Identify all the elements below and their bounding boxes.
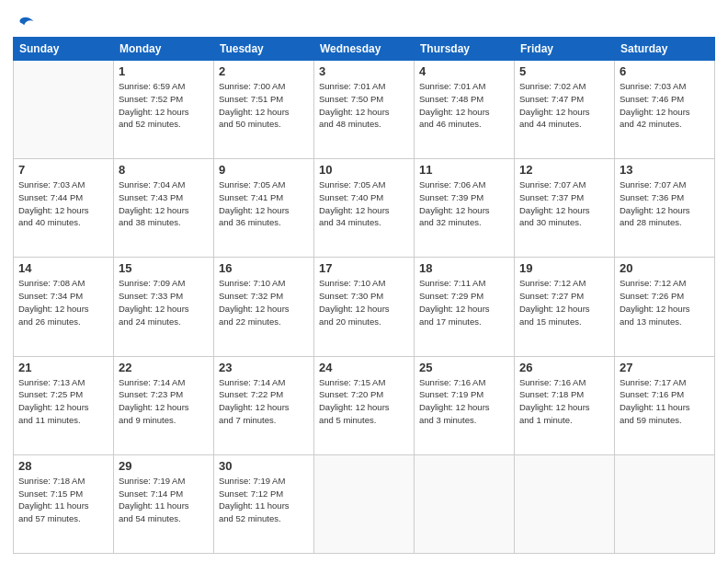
calendar-cell (515, 454, 615, 553)
day-info: Sunrise: 7:19 AM Sunset: 7:12 PM Dayligh… (219, 475, 309, 525)
calendar-header-saturday: Saturday (615, 38, 715, 61)
day-number: 5 (519, 64, 609, 78)
day-info: Sunrise: 7:01 AM Sunset: 7:48 PM Dayligh… (419, 80, 509, 131)
calendar-table: SundayMondayTuesdayWednesdayThursdayFrid… (13, 37, 715, 554)
calendar-cell: 2Sunrise: 7:00 AM Sunset: 7:51 PM Daylig… (214, 61, 314, 159)
day-info: Sunrise: 7:11 AM Sunset: 7:29 PM Dayligh… (419, 277, 509, 327)
day-number: 25 (419, 361, 509, 374)
calendar-cell: 10Sunrise: 7:05 AM Sunset: 7:40 PM Dayli… (314, 159, 415, 258)
calendar-week-4: 21Sunrise: 7:13 AM Sunset: 7:25 PM Dayli… (14, 356, 715, 454)
day-number: 18 (419, 261, 509, 275)
calendar-cell: 27Sunrise: 7:17 AM Sunset: 7:16 PM Dayli… (615, 356, 715, 454)
calendar-cell: 26Sunrise: 7:16 AM Sunset: 7:18 PM Dayli… (515, 356, 615, 454)
calendar-cell: 5Sunrise: 7:02 AM Sunset: 7:47 PM Daylig… (515, 61, 615, 159)
day-number: 30 (219, 459, 309, 473)
calendar-cell: 23Sunrise: 7:14 AM Sunset: 7:22 PM Dayli… (214, 356, 314, 454)
day-info: Sunrise: 7:07 AM Sunset: 7:36 PM Dayligh… (620, 178, 710, 229)
day-info: Sunrise: 7:02 AM Sunset: 7:47 PM Dayligh… (519, 80, 609, 131)
calendar-week-1: 1Sunrise: 6:59 AM Sunset: 7:52 PM Daylig… (14, 61, 715, 159)
calendar-cell: 16Sunrise: 7:10 AM Sunset: 7:32 PM Dayli… (214, 258, 314, 356)
day-number: 23 (219, 361, 309, 374)
day-number: 16 (219, 261, 309, 275)
calendar-cell: 19Sunrise: 7:12 AM Sunset: 7:27 PM Dayli… (515, 258, 615, 356)
calendar-header-thursday: Thursday (415, 38, 515, 61)
day-number: 12 (519, 163, 609, 177)
day-info: Sunrise: 7:10 AM Sunset: 7:30 PM Dayligh… (319, 277, 409, 327)
calendar-cell: 21Sunrise: 7:13 AM Sunset: 7:25 PM Dayli… (14, 356, 114, 454)
day-number: 9 (219, 163, 309, 177)
calendar-cell (314, 454, 415, 553)
calendar-week-3: 14Sunrise: 7:08 AM Sunset: 7:34 PM Dayli… (14, 258, 715, 356)
day-number: 7 (18, 163, 108, 177)
calendar-cell: 12Sunrise: 7:07 AM Sunset: 7:37 PM Dayli… (515, 159, 615, 258)
day-info: Sunrise: 7:10 AM Sunset: 7:32 PM Dayligh… (219, 277, 309, 327)
day-info: Sunrise: 7:01 AM Sunset: 7:50 PM Dayligh… (319, 80, 409, 131)
calendar-week-2: 7Sunrise: 7:03 AM Sunset: 7:44 PM Daylig… (14, 159, 715, 258)
day-info: Sunrise: 7:03 AM Sunset: 7:44 PM Dayligh… (18, 178, 108, 229)
calendar-cell: 14Sunrise: 7:08 AM Sunset: 7:34 PM Dayli… (14, 258, 114, 356)
logo-bird-icon (15, 13, 35, 33)
day-number: 4 (419, 64, 509, 78)
calendar-cell: 15Sunrise: 7:09 AM Sunset: 7:33 PM Dayli… (114, 258, 214, 356)
day-number: 24 (319, 361, 409, 374)
day-info: Sunrise: 7:15 AM Sunset: 7:20 PM Dayligh… (319, 376, 409, 427)
calendar-cell: 22Sunrise: 7:14 AM Sunset: 7:23 PM Dayli… (114, 356, 214, 454)
day-info: Sunrise: 7:19 AM Sunset: 7:14 PM Dayligh… (119, 475, 209, 525)
calendar-header-monday: Monday (114, 38, 214, 61)
day-info: Sunrise: 7:05 AM Sunset: 7:41 PM Dayligh… (219, 178, 309, 229)
page: SundayMondayTuesdayWednesdayThursdayFrid… (0, 0, 728, 563)
calendar-cell: 8Sunrise: 7:04 AM Sunset: 7:43 PM Daylig… (114, 159, 214, 258)
calendar-header-sunday: Sunday (14, 38, 114, 61)
day-info: Sunrise: 7:04 AM Sunset: 7:43 PM Dayligh… (119, 178, 209, 229)
day-info: Sunrise: 7:12 AM Sunset: 7:27 PM Dayligh… (519, 277, 609, 327)
day-number: 27 (620, 361, 710, 374)
calendar-cell (415, 454, 515, 553)
day-info: Sunrise: 7:06 AM Sunset: 7:39 PM Dayligh… (419, 178, 509, 229)
calendar-cell: 1Sunrise: 6:59 AM Sunset: 7:52 PM Daylig… (114, 61, 214, 159)
day-number: 15 (119, 261, 209, 275)
day-number: 20 (620, 261, 710, 275)
day-number: 2 (219, 64, 309, 78)
day-info: Sunrise: 7:13 AM Sunset: 7:25 PM Dayligh… (18, 376, 108, 427)
day-number: 1 (119, 64, 209, 78)
header (13, 9, 715, 33)
day-info: Sunrise: 7:16 AM Sunset: 7:19 PM Dayligh… (419, 376, 509, 427)
calendar-cell: 29Sunrise: 7:19 AM Sunset: 7:14 PM Dayli… (114, 454, 214, 553)
calendar-cell: 11Sunrise: 7:06 AM Sunset: 7:39 PM Dayli… (415, 159, 515, 258)
day-number: 29 (119, 459, 209, 473)
day-info: Sunrise: 7:16 AM Sunset: 7:18 PM Dayligh… (519, 376, 609, 427)
calendar-cell: 6Sunrise: 7:03 AM Sunset: 7:46 PM Daylig… (615, 61, 715, 159)
day-info: Sunrise: 7:03 AM Sunset: 7:46 PM Dayligh… (620, 80, 710, 131)
calendar-cell: 7Sunrise: 7:03 AM Sunset: 7:44 PM Daylig… (14, 159, 114, 258)
day-number: 22 (119, 361, 209, 374)
calendar-cell: 20Sunrise: 7:12 AM Sunset: 7:26 PM Dayli… (615, 258, 715, 356)
day-info: Sunrise: 7:17 AM Sunset: 7:16 PM Dayligh… (620, 376, 710, 427)
calendar-cell: 3Sunrise: 7:01 AM Sunset: 7:50 PM Daylig… (314, 61, 415, 159)
calendar-cell: 18Sunrise: 7:11 AM Sunset: 7:29 PM Dayli… (415, 258, 515, 356)
day-number: 8 (119, 163, 209, 177)
day-info: Sunrise: 7:14 AM Sunset: 7:22 PM Dayligh… (219, 376, 309, 427)
calendar-cell: 13Sunrise: 7:07 AM Sunset: 7:36 PM Dayli… (615, 159, 715, 258)
calendar-cell: 30Sunrise: 7:19 AM Sunset: 7:12 PM Dayli… (214, 454, 314, 553)
day-number: 28 (18, 459, 108, 473)
calendar-cell: 17Sunrise: 7:10 AM Sunset: 7:30 PM Dayli… (314, 258, 415, 356)
day-info: Sunrise: 7:12 AM Sunset: 7:26 PM Dayligh… (620, 277, 710, 327)
day-info: Sunrise: 7:07 AM Sunset: 7:37 PM Dayligh… (519, 178, 609, 229)
day-info: Sunrise: 6:59 AM Sunset: 7:52 PM Dayligh… (119, 80, 209, 131)
logo (13, 13, 35, 33)
day-number: 10 (319, 163, 409, 177)
calendar-week-5: 28Sunrise: 7:18 AM Sunset: 7:15 PM Dayli… (14, 454, 715, 553)
day-number: 19 (519, 261, 609, 275)
calendar-header-friday: Friday (515, 38, 615, 61)
day-number: 21 (18, 361, 108, 374)
day-number: 13 (620, 163, 710, 177)
calendar-header-wednesday: Wednesday (314, 38, 415, 61)
calendar-cell: 25Sunrise: 7:16 AM Sunset: 7:19 PM Dayli… (415, 356, 515, 454)
calendar-header-row: SundayMondayTuesdayWednesdayThursdayFrid… (14, 38, 715, 61)
day-info: Sunrise: 7:00 AM Sunset: 7:51 PM Dayligh… (219, 80, 309, 131)
day-info: Sunrise: 7:18 AM Sunset: 7:15 PM Dayligh… (18, 475, 108, 525)
calendar-cell: 28Sunrise: 7:18 AM Sunset: 7:15 PM Dayli… (14, 454, 114, 553)
day-number: 17 (319, 261, 409, 275)
day-number: 26 (519, 361, 609, 374)
day-info: Sunrise: 7:14 AM Sunset: 7:23 PM Dayligh… (119, 376, 209, 427)
